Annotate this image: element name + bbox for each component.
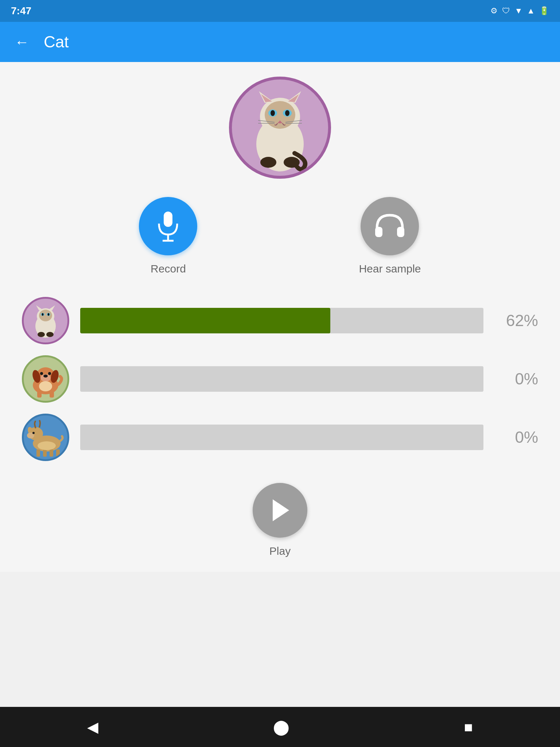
wifi-icon: ▼ bbox=[514, 6, 522, 16]
svg-rect-21 bbox=[375, 227, 382, 237]
goat-small-icon bbox=[26, 417, 66, 457]
svg-point-27 bbox=[39, 310, 52, 321]
record-button[interactable] bbox=[139, 197, 197, 255]
settings-icon: ⚙ bbox=[490, 6, 498, 16]
svg-point-33 bbox=[46, 332, 54, 337]
app-bar: ← Cat bbox=[0, 22, 560, 62]
svg-point-32 bbox=[38, 332, 45, 337]
headphone-icon bbox=[373, 212, 406, 241]
svg-point-40 bbox=[40, 372, 43, 375]
cat-progress-bar bbox=[80, 308, 483, 333]
record-label: Record bbox=[151, 263, 186, 275]
svg-point-16 bbox=[260, 157, 276, 168]
svg-rect-50 bbox=[36, 449, 40, 457]
svg-point-31 bbox=[48, 313, 50, 316]
cat-progress-fill bbox=[80, 308, 330, 333]
status-time: 7:47 bbox=[11, 5, 31, 17]
play-section: Play bbox=[253, 483, 307, 557]
status-icons: ⚙ 🛡 ▼ ▲ 🔋 bbox=[490, 6, 549, 16]
svg-point-44 bbox=[39, 381, 52, 391]
nav-bar: ◀ ⬤ ■ bbox=[0, 707, 560, 747]
nav-recent-icon[interactable]: ■ bbox=[464, 719, 473, 735]
svg-point-54 bbox=[38, 441, 56, 450]
cat-small-icon bbox=[27, 302, 64, 339]
svg-point-49 bbox=[32, 432, 35, 434]
svg-rect-22 bbox=[397, 227, 404, 237]
results-section: 62% bbox=[22, 297, 538, 461]
svg-point-30 bbox=[42, 313, 44, 316]
cat-result-icon bbox=[22, 297, 69, 344]
dog-progress-bar bbox=[80, 366, 483, 392]
play-icon bbox=[269, 498, 291, 523]
svg-rect-52 bbox=[50, 449, 53, 457]
status-bar: 7:47 ⚙ 🛡 ▼ ▲ 🔋 bbox=[0, 0, 560, 22]
page-title: Cat bbox=[44, 33, 69, 51]
svg-point-39 bbox=[43, 375, 48, 378]
play-label: Play bbox=[269, 545, 291, 557]
dog-result-icon bbox=[22, 355, 69, 403]
nav-back-icon[interactable]: ◀ bbox=[87, 719, 98, 735]
dog-small-icon bbox=[26, 359, 66, 399]
play-button[interactable] bbox=[253, 483, 307, 538]
shield-icon: 🛡 bbox=[502, 6, 510, 16]
back-button[interactable]: ← bbox=[15, 34, 29, 50]
svg-rect-18 bbox=[164, 212, 172, 227]
goat-progress-bar bbox=[80, 425, 483, 450]
goat-result-icon bbox=[22, 414, 69, 461]
svg-point-41 bbox=[48, 372, 51, 375]
table-row: 0% bbox=[22, 414, 538, 461]
cat-percentage: 62% bbox=[494, 311, 538, 330]
svg-marker-55 bbox=[273, 499, 289, 521]
svg-rect-53 bbox=[56, 449, 60, 457]
svg-marker-26 bbox=[48, 305, 55, 310]
hear-sample-label: Hear sample bbox=[359, 263, 421, 275]
battery-icon: 🔋 bbox=[539, 6, 549, 16]
nav-home-icon[interactable]: ⬤ bbox=[273, 719, 289, 735]
svg-marker-25 bbox=[36, 305, 43, 310]
animal-image bbox=[229, 77, 331, 179]
hear-sample-button-container: Hear sample bbox=[359, 197, 421, 275]
table-row: 62% bbox=[22, 297, 538, 344]
cat-illustration bbox=[236, 84, 324, 171]
svg-rect-43 bbox=[50, 391, 54, 398]
svg-point-9 bbox=[271, 110, 275, 116]
signal-icon: ▲ bbox=[527, 6, 535, 16]
main-content: Record Hear sample bbox=[0, 62, 560, 572]
svg-rect-51 bbox=[43, 449, 47, 457]
svg-point-10 bbox=[285, 110, 289, 116]
svg-rect-42 bbox=[37, 391, 42, 398]
dog-percentage: 0% bbox=[494, 370, 538, 388]
goat-percentage: 0% bbox=[494, 428, 538, 446]
table-row: 0% bbox=[22, 355, 538, 403]
action-buttons-row: Record Hear sample bbox=[22, 197, 538, 275]
microphone-icon bbox=[153, 210, 183, 243]
record-button-container: Record bbox=[139, 197, 197, 275]
hear-sample-button[interactable] bbox=[361, 197, 419, 255]
